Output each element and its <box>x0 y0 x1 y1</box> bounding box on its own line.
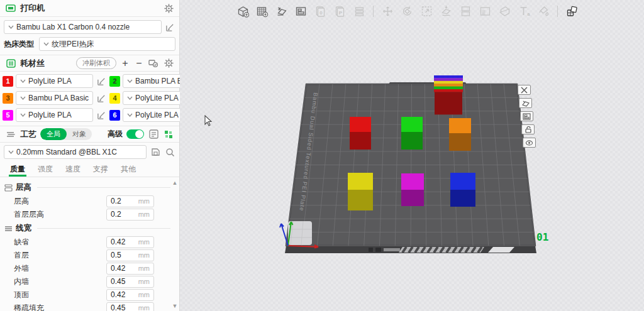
chevron-down-icon <box>20 96 26 100</box>
scroll-down-icon[interactable]: ▼ <box>172 303 178 309</box>
chevron-down-icon <box>127 113 133 117</box>
chevron-down-icon <box>20 113 26 117</box>
bambu-studio-window: 打印机 Bambu Lab X1 Carbon 0.4 nozzle 热床类型 … <box>0 0 644 311</box>
setting-label: 首层层高 <box>4 209 106 220</box>
objects-view-icon[interactable] <box>163 129 174 140</box>
cube-green-top[interactable] <box>401 117 423 132</box>
parameter-table-icon[interactable] <box>148 129 159 140</box>
tab-强度[interactable]: 强度 <box>31 161 59 177</box>
setting-input[interactable]: 0.45mm <box>106 302 154 311</box>
filament-color-badge[interactable]: 6 <box>109 110 120 121</box>
tab-速度[interactable]: 速度 <box>59 161 87 177</box>
scroll-up-icon[interactable]: ▲ <box>172 180 178 186</box>
delete-plate-button[interactable] <box>518 85 531 95</box>
cube-magenta-front[interactable] <box>401 190 424 206</box>
striped-tower-band <box>434 75 463 79</box>
filament-spool-icon <box>5 58 16 69</box>
filament-select[interactable]: PolyLite PLA <box>16 108 93 122</box>
plate-qr-mark <box>369 248 373 252</box>
filament-color-badge[interactable]: 2 <box>109 76 120 87</box>
chevron-down-icon <box>20 79 26 83</box>
printer-icon <box>5 3 16 14</box>
bed-type-label: 热床类型 <box>4 39 34 50</box>
advanced-label: 高级 <box>108 129 123 139</box>
filament-color-badge[interactable]: 1 <box>3 76 13 87</box>
setting-row: 外墙0.42mm <box>4 262 170 275</box>
edit-filament-icon[interactable] <box>96 109 107 121</box>
process-tabs: 质量强度速度支撑其他 <box>0 161 179 177</box>
setting-row: 首层层高0.2mm <box>4 208 170 221</box>
setting-label: 首层 <box>4 250 106 261</box>
scope-global-button[interactable]: 全局 <box>40 128 67 140</box>
setting-input[interactable]: 0.42mm <box>106 236 154 248</box>
advanced-toggle[interactable] <box>126 129 144 139</box>
printer-settings-gear-icon[interactable] <box>163 3 174 14</box>
filament-color-badge[interactable]: 4 <box>109 93 120 104</box>
process-preset-select[interactable]: 0.20mm Standard @BBL X1C <box>4 145 147 159</box>
striped-tower-band <box>434 81 463 84</box>
tab-其他[interactable]: 其他 <box>114 161 142 177</box>
setting-input[interactable]: 0.5mm <box>106 249 154 261</box>
viewport-3d[interactable]: 0Pa Bambu Dual Sided Textured PEI Plate … <box>180 0 644 311</box>
setting-input[interactable]: 0.2mm <box>106 209 154 221</box>
edit-filament-icon[interactable] <box>96 92 107 104</box>
cube-red-front[interactable] <box>350 132 371 150</box>
filament-slot-1: 1PolyLite PLA <box>3 74 107 88</box>
setting-row: 内墙0.45mm <box>4 275 170 288</box>
filament-sync-icon[interactable] <box>148 58 159 69</box>
scope-object-button[interactable]: 对象 <box>67 128 92 140</box>
tab-支撑[interactable]: 支撑 <box>87 161 114 177</box>
filament-color-badge[interactable]: 3 <box>3 93 13 104</box>
cube-magenta-top[interactable] <box>401 173 424 190</box>
striped-tower-band <box>434 89 463 92</box>
tab-质量[interactable]: 质量 <box>4 161 31 177</box>
save-preset-icon[interactable] <box>150 146 161 158</box>
lock-plate-button[interactable] <box>521 124 535 134</box>
plate-logo-mark <box>375 248 381 252</box>
edit-filament-icon[interactable] <box>96 75 107 87</box>
filament-name: PolyLite PLA <box>28 111 72 119</box>
cube-blue-front[interactable] <box>450 190 475 207</box>
cube-yellow-top[interactable] <box>348 173 373 190</box>
cube-blue-top[interactable] <box>450 173 475 190</box>
flush-volume-button[interactable]: 冲刷体积 <box>76 57 116 69</box>
build-plate-scene[interactable]: Bambu Dual Sided Textured PEI Plate <box>180 0 644 311</box>
setting-input[interactable]: 0.45mm <box>106 276 154 288</box>
bed-type-value: 纹理PEI热床 <box>52 39 94 50</box>
striped-tower-band <box>434 87 463 90</box>
chevron-down-icon <box>127 79 133 83</box>
printer-section-header: 打印机 <box>0 0 179 17</box>
add-filament-button[interactable]: + <box>120 59 130 68</box>
process-section-header: 工艺 全局 对象 高级 <box>0 126 179 143</box>
plate-settings-button[interactable] <box>523 138 536 148</box>
setting-input[interactable]: 0.42mm <box>106 289 154 301</box>
section-title: 线宽 <box>4 223 170 234</box>
cube-red-top[interactable] <box>350 117 371 132</box>
setting-row: 首层0.5mm <box>4 249 170 261</box>
filament-settings-gear-icon[interactable] <box>163 58 174 69</box>
filament-color-badge[interactable]: 5 <box>3 110 13 121</box>
setting-input[interactable]: 0.2mm <box>106 195 154 207</box>
cube-green-front[interactable] <box>401 132 423 150</box>
sidebar-panel: 打印机 Bambu Lab X1 Carbon 0.4 nozzle 热床类型 … <box>0 0 180 311</box>
setting-label: 内墙 <box>4 276 106 287</box>
setting-label: 层高 <box>4 196 106 207</box>
filament-select[interactable]: PolyLite PLA <box>16 74 93 88</box>
setting-row: 顶面0.42mm <box>4 288 170 301</box>
cube-orange-front[interactable] <box>449 133 471 151</box>
setting-input[interactable]: 0.42mm <box>106 263 154 275</box>
edit-printer-icon[interactable] <box>164 21 175 33</box>
filament-name: PolyLite PLA <box>135 111 179 119</box>
remove-filament-button[interactable]: − <box>134 59 144 68</box>
striped-tower-body[interactable] <box>435 92 462 114</box>
orient-plate-button[interactable] <box>519 98 532 108</box>
cube-orange-top[interactable] <box>449 118 471 133</box>
cube-yellow-front[interactable] <box>348 190 373 210</box>
chevron-down-icon <box>43 42 49 46</box>
search-icon[interactable] <box>164 146 175 158</box>
bed-type-select[interactable]: 纹理PEI热床 <box>39 37 175 51</box>
printer-select[interactable]: Bambu Lab X1 Carbon 0.4 nozzle <box>4 20 162 34</box>
printer-select-value: Bambu Lab X1 Carbon 0.4 nozzle <box>16 23 130 31</box>
filament-select[interactable]: Bambu PLA Basic <box>16 91 93 105</box>
arrange-plate-button[interactable] <box>520 111 533 121</box>
